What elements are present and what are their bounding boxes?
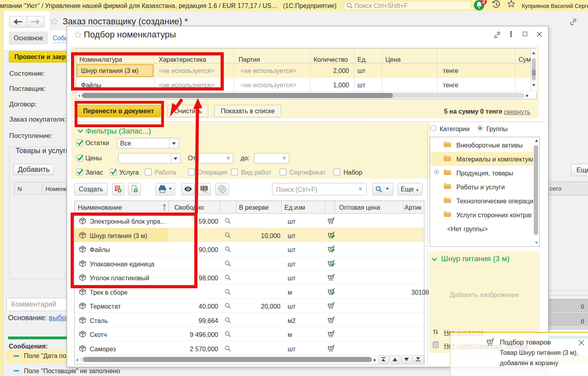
- svg-text:2: 2: [482, 0, 485, 4]
